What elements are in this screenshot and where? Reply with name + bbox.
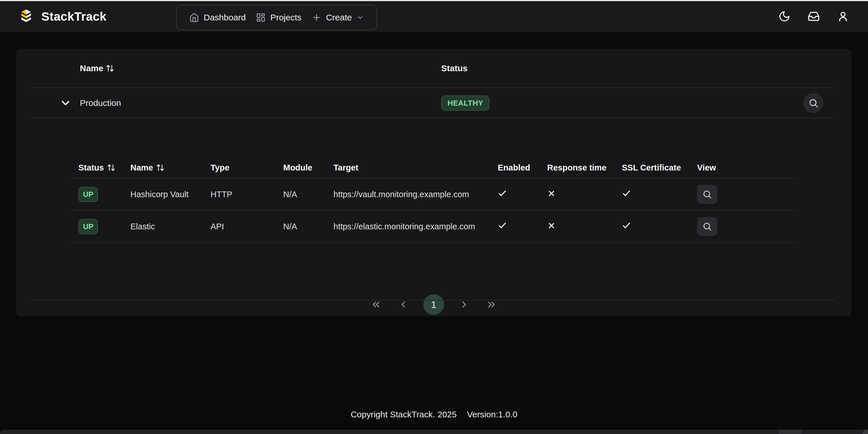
column-label: Target — [334, 163, 358, 172]
search-icon — [702, 222, 712, 231]
chevrons-right-icon — [486, 299, 497, 310]
groups-table-header: Name Status — [16, 49, 851, 88]
group-name: Production — [80, 98, 121, 108]
monitors-header-target: Target — [324, 163, 489, 172]
brand[interactable]: StackTrack — [19, 9, 106, 24]
layout-dashboard-icon — [256, 13, 266, 22]
divider — [32, 300, 836, 301]
nav-item-create[interactable]: Create — [312, 13, 364, 22]
scrollbar-corner — [863, 430, 868, 434]
cell-status: UP — [69, 219, 121, 234]
search-icon — [808, 98, 818, 108]
plus-icon — [312, 13, 321, 22]
chevron-right-icon — [459, 299, 469, 310]
monitors-header-enabled: Enabled — [489, 163, 538, 172]
up-badge: UP — [79, 187, 98, 202]
group-row-production: Production HEALTHY — [16, 88, 851, 118]
inbox-button[interactable] — [808, 10, 820, 23]
chevron-down-icon — [356, 14, 364, 21]
monitor-row-elastic: UP Elastic API N/A https://elastic.monit… — [69, 210, 797, 242]
cell-target: https://vault.monitoring.example.com — [324, 190, 489, 199]
group-search-button[interactable] — [803, 93, 824, 113]
brand-title: StackTrack — [41, 10, 106, 24]
collapse-chevron-icon[interactable] — [57, 94, 74, 112]
monitor-row-hashicorp-vault: UP Hashicorp Vault HTTP N/A https://vaul… — [69, 178, 797, 210]
column-label: Status — [79, 163, 104, 172]
divider — [32, 118, 836, 118]
moon-icon — [778, 10, 790, 22]
scrollbar-thumb[interactable] — [779, 430, 801, 434]
stacktrack-logo-icon — [19, 9, 34, 24]
check-icon — [498, 221, 507, 230]
cell-name: Hashicorp Vault — [121, 190, 202, 199]
cell-ssl-certificate — [613, 221, 688, 232]
column-label: SSL Certificate — [622, 163, 681, 172]
chevron-left-icon — [398, 299, 408, 310]
cell-status: UP — [69, 187, 121, 202]
navbar: StackTrack Dashboard Projects — [0, 1, 868, 32]
column-label: Module — [283, 163, 312, 172]
view-monitor-button[interactable] — [697, 185, 717, 204]
nav-actions — [778, 1, 849, 32]
page-number-button[interactable]: 1 — [423, 294, 444, 315]
account-button[interactable] — [837, 10, 849, 23]
cell-module: N/A — [274, 222, 324, 231]
last-page-button[interactable] — [484, 297, 499, 312]
monitors-header-response-time: Response time — [538, 163, 613, 172]
nav-item-label: Create — [326, 13, 352, 22]
sort-arrows-icon — [106, 64, 114, 73]
monitors-header-ssl-certificate: SSL Certificate — [613, 163, 688, 172]
nav-item-label: Projects — [270, 13, 301, 22]
monitors-header-view: View — [688, 163, 797, 172]
monitors-table: Status Name Type Module Target Enabled — [69, 157, 797, 243]
column-label: Response time — [547, 163, 606, 172]
monitors-header-status[interactable]: Status — [69, 163, 121, 172]
nav-item-projects[interactable]: Projects — [256, 13, 301, 22]
theme-toggle-button[interactable] — [778, 10, 790, 23]
monitors-table-header: Status Name Type Module Target Enabled — [69, 157, 797, 178]
column-label: Status — [441, 63, 468, 73]
horizontal-scrollbar[interactable] — [0, 430, 868, 434]
footer: Copyright StackTrack. 2025 Version:1.0.0 — [0, 410, 868, 420]
monitor-groups-panel: Name Status Production HEALTHY — [16, 49, 851, 316]
status-badge: HEALTHY — [441, 95, 490, 110]
cell-target: https://elastic.monitoring.example.com — [324, 222, 489, 231]
check-icon — [622, 189, 631, 198]
cell-response-time — [538, 189, 613, 200]
search-icon — [702, 190, 712, 199]
x-icon — [547, 189, 556, 198]
column-label: Name — [130, 163, 153, 172]
sort-arrows-icon — [107, 163, 116, 172]
monitors-header-module: Module — [274, 163, 324, 172]
copyright-text: Copyright StackTrack. 2025 — [351, 410, 457, 420]
main-nav: Dashboard Projects Create — [176, 5, 377, 30]
first-page-button[interactable] — [369, 297, 383, 312]
view-monitor-button[interactable] — [697, 217, 717, 236]
check-icon — [498, 189, 507, 198]
nav-item-dashboard[interactable]: Dashboard — [189, 13, 246, 22]
up-badge: UP — [79, 219, 98, 234]
cell-type: HTTP — [202, 190, 274, 199]
monitors-header-type: Type — [202, 163, 274, 172]
cell-module: N/A — [274, 190, 324, 199]
divider — [69, 242, 797, 243]
monitors-header-name[interactable]: Name — [121, 163, 202, 172]
user-icon — [837, 10, 849, 22]
groups-header-status: Status — [441, 63, 468, 73]
cell-ssl-certificate — [613, 189, 688, 200]
groups-header-name[interactable]: Name — [80, 63, 114, 73]
inbox-icon — [808, 10, 820, 22]
cell-view — [688, 185, 797, 204]
home-icon — [189, 13, 199, 22]
cell-response-time — [538, 221, 613, 232]
column-label: Enabled — [498, 163, 530, 172]
cell-enabled — [489, 221, 538, 232]
check-icon — [622, 221, 631, 230]
version-text: Version:1.0.0 — [467, 410, 517, 420]
nav-item-label: Dashboard — [204, 13, 246, 22]
column-label: Name — [80, 63, 103, 73]
column-label: View — [697, 163, 716, 172]
chevrons-left-icon — [371, 299, 381, 310]
cell-view — [688, 217, 797, 236]
sort-arrows-icon — [156, 163, 164, 172]
